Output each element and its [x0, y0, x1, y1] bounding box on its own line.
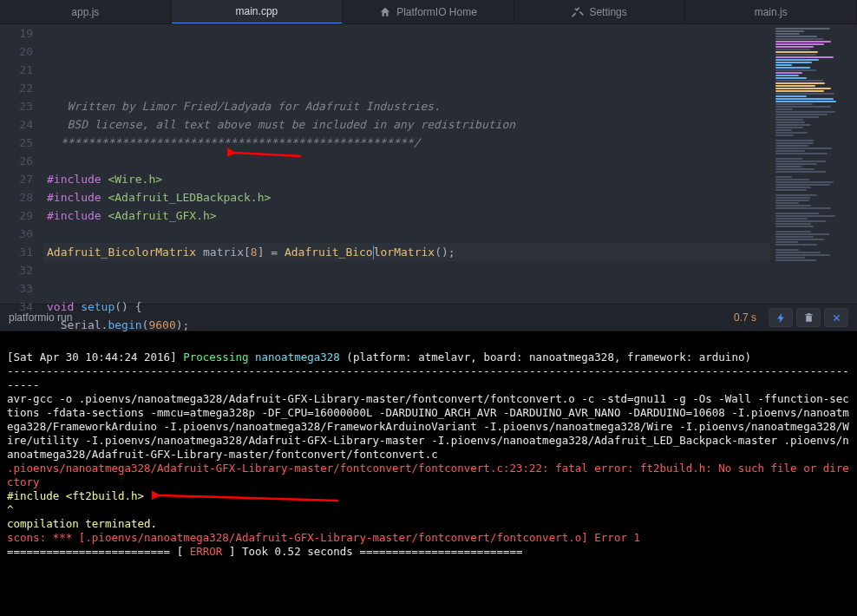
- code-line[interactable]: Written by Limor Fried/Ladyada for Adafr…: [43, 97, 770, 115]
- term-dashes: ----------------------------------------…: [7, 364, 849, 391]
- tab-app-js[interactable]: app.js: [0, 0, 172, 23]
- code-line[interactable]: [43, 261, 770, 279]
- trash-icon: [803, 312, 814, 324]
- term-comp-terminated: compilation terminated.: [7, 517, 157, 530]
- svg-line-1: [159, 495, 338, 501]
- term-footer-pre: ========================= [: [7, 545, 190, 558]
- close-icon: [831, 312, 842, 324]
- term-gcc-cmd: avr-gcc -o .pioenvs/nanoatmega328/Adafru…: [7, 392, 849, 461]
- code-line[interactable]: [43, 79, 770, 97]
- tab-label: app.js: [71, 6, 99, 18]
- annotation-arrow: [152, 488, 343, 508]
- code-line[interactable]: void setup() {: [43, 298, 770, 316]
- term-timestamp: [Sat Apr 30 10:44:24 2016]: [7, 351, 183, 364]
- lightning-icon: [775, 312, 787, 324]
- line-gutter: 19202122232425262728293031323334: [0, 24, 43, 304]
- terminal-output[interactable]: [Sat Apr 30 10:44:24 2016] Processing na…: [0, 331, 857, 616]
- code-line[interactable]: [43, 279, 770, 298]
- close-button[interactable]: [824, 308, 848, 327]
- clear-button[interactable]: [796, 308, 821, 327]
- term-error-location: .pioenvs/nanoatmega328/Adafruit-GFX-Libr…: [7, 462, 849, 488]
- code-line[interactable]: Adafruit_BicolorMatrix matrix[8] = Adafr…: [43, 243, 770, 261]
- tab-label: PlatformIO Home: [396, 6, 477, 18]
- code-line[interactable]: ****************************************…: [43, 134, 770, 152]
- editor[interactable]: 19202122232425262728293031323334 Written…: [0, 24, 857, 304]
- tools-icon: [572, 6, 584, 18]
- home-icon: [379, 6, 391, 18]
- code-line[interactable]: BSD license, all text above must be incl…: [43, 115, 770, 134]
- code-line[interactable]: [43, 225, 770, 243]
- code-line[interactable]: #include <Adafruit_LEDBackpack.h>: [43, 188, 770, 206]
- code-line[interactable]: #include <Adafruit_GFX.h>: [43, 206, 770, 225]
- term-scons-error: scons: *** [.pioenvs/nanoatmega328/Adafr…: [7, 531, 640, 544]
- code-line[interactable]: #include <Wire.h>: [43, 170, 770, 188]
- minimap[interactable]: [770, 24, 857, 304]
- tab-main-js[interactable]: main.js: [685, 0, 857, 23]
- tab-label: main.cpp: [236, 5, 278, 17]
- tab-bar: app.js main.cpp PlatformIO Home Settings…: [0, 0, 857, 24]
- code-area[interactable]: Written by Limor Fried/Ladyada for Adafr…: [43, 24, 770, 304]
- term-error-caret: ^: [7, 503, 14, 516]
- term-env-details: (platform: atmelavr, board: nanoatmega32…: [340, 351, 751, 364]
- tab-settings[interactable]: Settings: [514, 0, 686, 23]
- term-processing: Processing: [183, 351, 255, 364]
- term-footer-post: ] Took 0.52 seconds ====================…: [222, 545, 522, 558]
- run-button[interactable]: [769, 308, 793, 327]
- tab-main-cpp[interactable]: main.cpp: [172, 0, 343, 23]
- tab-platformio-home[interactable]: PlatformIO Home: [343, 0, 514, 23]
- code-line[interactable]: [43, 152, 770, 170]
- tab-label: Settings: [589, 6, 626, 18]
- term-error-include: #include <ft2build.h>: [7, 489, 144, 502]
- term-env: nanoatmega328: [255, 351, 340, 364]
- tab-label: main.js: [755, 6, 788, 18]
- term-footer-error: ERROR: [190, 545, 223, 558]
